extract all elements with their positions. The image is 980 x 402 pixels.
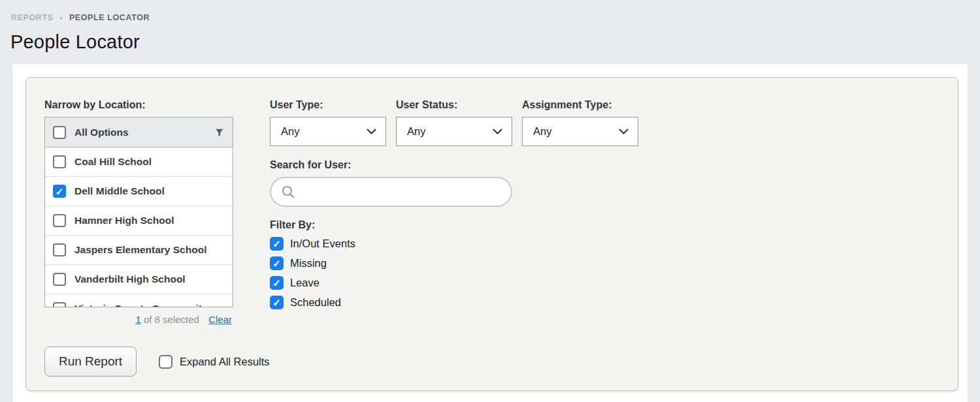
filter-option-row[interactable]: Scheduled: [270, 296, 638, 309]
breadcrumb-separator-icon: ›: [60, 14, 63, 22]
expand-all-results-label: Expand All Results: [180, 356, 270, 368]
user-filter-section: User Type: Any User Status: Any: [270, 99, 638, 315]
filter-option-label: Missing: [290, 257, 327, 270]
search-for-user-section: Search for User:: [270, 159, 638, 207]
user-status-select[interactable]: Any: [396, 117, 512, 146]
filter-option-label: In/Out Events: [290, 238, 355, 250]
location-checkbox[interactable]: [53, 243, 66, 256]
location-all-options-row[interactable]: All Options: [45, 117, 233, 147]
search-for-user-label: Search for User:: [270, 159, 638, 171]
user-type-select[interactable]: Any: [270, 117, 386, 146]
filter-option-row[interactable]: In/Out Events: [270, 237, 638, 251]
user-status-group: User Status: Any: [396, 99, 512, 146]
report-criteria-panel: Narrow by Location: All Options Coal Hil…: [25, 77, 958, 391]
location-checkbox[interactable]: [53, 302, 66, 307]
selected-count-link[interactable]: 1: [135, 314, 140, 325]
assignment-type-value: Any: [533, 125, 551, 138]
location-listbox: All Options Coal Hill School Dell Middle…: [44, 117, 233, 307]
actions-row: Run Report Expand All Results: [44, 347, 958, 377]
assignment-type-select[interactable]: Any: [522, 117, 638, 146]
filter-option-row[interactable]: Leave: [270, 276, 638, 290]
user-status-value: Any: [407, 125, 425, 138]
breadcrumb-current-page: PEOPLE LOCATOR: [69, 13, 150, 22]
filter-by-section: Filter By: In/Out Events Missing Leave: [270, 219, 638, 309]
location-label: Vanderbilt High School: [74, 273, 186, 285]
location-checkbox[interactable]: [53, 214, 66, 227]
user-status-label: User Status:: [396, 99, 512, 111]
location-row[interactable]: Coal Hill School: [45, 147, 233, 177]
chevron-down-icon: [619, 129, 629, 135]
chevron-down-icon: [367, 129, 376, 135]
assignment-type-group: Assignment Type: Any: [522, 99, 638, 146]
location-filter-section: Narrow by Location: All Options Coal Hil…: [44, 99, 233, 325]
missing-checkbox[interactable]: [270, 256, 284, 270]
page-title: People Locator: [0, 22, 980, 53]
location-row[interactable]: Vanderbilt High School: [45, 265, 233, 294]
location-label: Hamner High School: [74, 215, 174, 226]
clear-selection-link[interactable]: Clear: [208, 314, 232, 325]
user-search-input[interactable]: [301, 178, 502, 206]
location-label: Dell Middle School: [74, 185, 165, 197]
chevron-down-icon: [493, 129, 502, 135]
location-selection-summary: 1 of 8 selected Clear: [44, 314, 233, 325]
breadcrumb-reports-link[interactable]: REPORTS: [11, 13, 54, 22]
expand-all-results-checkbox[interactable]: [159, 355, 172, 369]
location-row[interactable]: Victoria County Community: [45, 294, 233, 307]
assignment-type-label: Assignment Type:: [522, 99, 638, 111]
leave-checkbox[interactable]: [270, 276, 284, 290]
location-label: Victoria County Community: [74, 303, 208, 307]
breadcrumb: REPORTS › PEOPLE LOCATOR: [0, 0, 980, 22]
all-options-checkbox[interactable]: [53, 126, 66, 139]
inout-events-checkbox[interactable]: [270, 237, 284, 251]
location-checkbox[interactable]: [53, 155, 66, 168]
location-row[interactable]: Dell Middle School: [45, 177, 233, 206]
narrow-by-location-label: Narrow by Location:: [44, 99, 233, 111]
location-checkbox[interactable]: [53, 273, 66, 286]
location-label: Coal Hill School: [74, 156, 152, 168]
all-options-label: All Options: [74, 127, 129, 138]
search-icon: [281, 185, 296, 200]
filter-by-label: Filter By:: [270, 219, 638, 231]
user-type-label: User Type:: [270, 99, 386, 111]
location-label: Jaspers Elementary School: [74, 244, 206, 256]
filter-option-label: Scheduled: [290, 296, 341, 309]
filter-option-label: Leave: [290, 277, 319, 289]
user-type-group: User Type: Any: [270, 99, 386, 146]
location-row[interactable]: Jaspers Elementary School: [45, 236, 233, 265]
location-row[interactable]: Hamner High School: [45, 206, 233, 236]
run-report-button[interactable]: Run Report: [44, 347, 137, 377]
selected-summary-text: of 8 selected: [141, 314, 202, 325]
expand-all-results-option[interactable]: Expand All Results: [159, 355, 270, 369]
filter-funnel-icon[interactable]: [214, 127, 225, 138]
location-checkbox[interactable]: [53, 185, 66, 198]
user-search-box[interactable]: [270, 177, 512, 207]
filter-option-row[interactable]: Missing: [270, 256, 638, 270]
report-card: Narrow by Location: All Options Coal Hil…: [12, 63, 968, 402]
scheduled-checkbox[interactable]: [270, 296, 284, 309]
user-type-value: Any: [281, 125, 299, 138]
